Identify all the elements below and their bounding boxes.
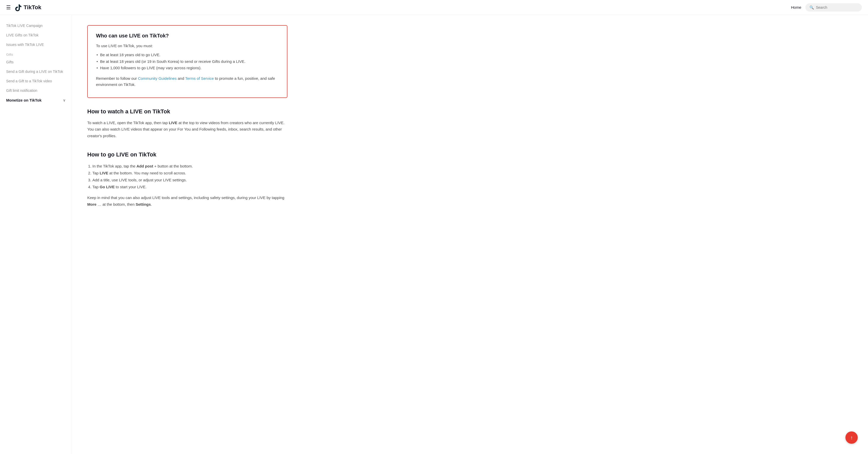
- highlight-box-footer: Remember to follow our Community Guideli…: [96, 75, 279, 88]
- nav-home[interactable]: Home: [791, 5, 801, 9]
- go-live-footer-middle: … at the bottom, then: [96, 202, 136, 206]
- step-2: Tap LIVE at the bottom. You may need to …: [92, 169, 287, 176]
- sidebar: TikTok LIVE Campaign LIVE Gifts on TikTo…: [0, 15, 72, 454]
- search-icon: 🔍: [809, 5, 814, 9]
- scroll-top-icon: ↑: [850, 435, 853, 441]
- sidebar-item-send-gift-live[interactable]: Send a Gift during a LIVE on TikTok: [0, 67, 72, 76]
- sidebar-item-gifts[interactable]: Gifts: [0, 58, 72, 67]
- logo-link[interactable]: TikTok: [14, 3, 41, 11]
- sidebar-item-monetize-label: Monetize on TikTok: [6, 98, 41, 102]
- bullet-2: Be at least 18 years old (or 19 in South…: [96, 58, 279, 65]
- step-1-bold: Add post: [136, 164, 153, 168]
- step-4: Tap Go LIVE to start your LIVE.: [92, 184, 287, 190]
- step-2-bold: LIVE: [100, 171, 108, 175]
- step-3: Add a title, use LIVE tools, or adjust y…: [92, 176, 287, 184]
- step-4-bold: Go LIVE: [100, 185, 115, 189]
- sidebar-section-gifts: Gifts: [0, 50, 72, 58]
- logo-text: TikTok: [24, 4, 41, 11]
- highlight-box-intro: To use LIVE on TikTok, you must:: [96, 43, 279, 49]
- section-watch: How to watch a LIVE on TikTok To watch a…: [87, 108, 287, 139]
- highlight-box: Who can use LIVE on TikTok? To use LIVE …: [87, 25, 287, 98]
- search-bar[interactable]: 🔍: [805, 3, 862, 11]
- go-live-footer-prefix: Keep in mind that you can also adjust LI…: [87, 195, 284, 200]
- sidebar-item-gift-limit[interactable]: Gift limit notification: [0, 86, 72, 95]
- bullet-3: Have 1,000 followers to go LIVE (may var…: [96, 65, 279, 71]
- go-live-footer-bold2: Settings: [135, 202, 151, 206]
- watch-bold: LIVE: [169, 121, 177, 125]
- sidebar-item-monetize[interactable]: Monetize on TikTok ∨: [0, 95, 72, 105]
- section-go-live-title: How to go LIVE on TikTok: [87, 151, 287, 158]
- highlight-box-title: Who can use LIVE on TikTok?: [96, 33, 279, 39]
- step-4-suffix: to start your LIVE.: [115, 185, 147, 189]
- terms-of-service-link[interactable]: Terms of Service: [185, 76, 214, 80]
- sidebar-item-live-issues[interactable]: Issues with TikTok LIVE: [0, 40, 72, 50]
- sidebar-item-live-campaign[interactable]: TikTok LIVE Campaign: [0, 21, 72, 31]
- go-live-footer-bold1: More: [87, 202, 96, 206]
- watch-prefix: To watch a LIVE, open the TikTok app, th…: [87, 121, 169, 125]
- section-watch-body: To watch a LIVE, open the TikTok app, th…: [87, 120, 287, 139]
- step-3-prefix: Add a title, use LIVE tools, or adjust y…: [92, 178, 187, 182]
- scroll-top-button[interactable]: ↑: [845, 431, 858, 444]
- section-watch-title: How to watch a LIVE on TikTok: [87, 108, 287, 115]
- section-go-live: How to go LIVE on TikTok In the TikTok a…: [87, 151, 287, 207]
- highlight-box-bullets: Be at least 18 years old to go LIVE. Be …: [96, 52, 279, 71]
- main-content: Who can use LIVE on TikTok? To use LIVE …: [72, 15, 303, 454]
- step-1: In the TikTok app, tap the Add post + bu…: [92, 163, 287, 169]
- go-live-steps: In the TikTok app, tap the Add post + bu…: [87, 163, 287, 190]
- go-live-footer-suffix: .: [151, 202, 152, 206]
- search-input[interactable]: [816, 5, 858, 9]
- community-guidelines-link[interactable]: Community Guidelines: [138, 76, 177, 80]
- header: ☰ TikTok Home 🔍: [0, 0, 868, 15]
- step-1-suffix: + button at the bottom.: [153, 164, 193, 168]
- step-2-prefix: Tap: [92, 171, 100, 175]
- step-1-prefix: In the TikTok app, tap the: [92, 164, 136, 168]
- footer-middle: and: [177, 76, 185, 80]
- step-4-prefix: Tap: [92, 185, 100, 189]
- bullet-1: Be at least 18 years old to go LIVE.: [96, 52, 279, 58]
- header-nav: Home: [791, 5, 801, 9]
- sidebar-item-live-gifts[interactable]: LIVE Gifts on TikTok: [0, 31, 72, 40]
- footer-prefix: Remember to follow our: [96, 76, 138, 80]
- step-2-suffix: at the bottom. You may need to scroll ac…: [108, 171, 186, 175]
- sidebar-item-send-gift-video[interactable]: Send a Gift to a TikTok video: [0, 76, 72, 86]
- tiktok-logo-icon: [14, 3, 22, 11]
- chevron-down-icon: ∨: [63, 98, 65, 102]
- hamburger-icon[interactable]: ☰: [6, 4, 11, 10]
- go-live-footer: Keep in mind that you can also adjust LI…: [87, 194, 287, 207]
- page-wrapper: TikTok LIVE Campaign LIVE Gifts on TikTo…: [0, 15, 868, 454]
- header-left: ☰ TikTok: [6, 3, 787, 11]
